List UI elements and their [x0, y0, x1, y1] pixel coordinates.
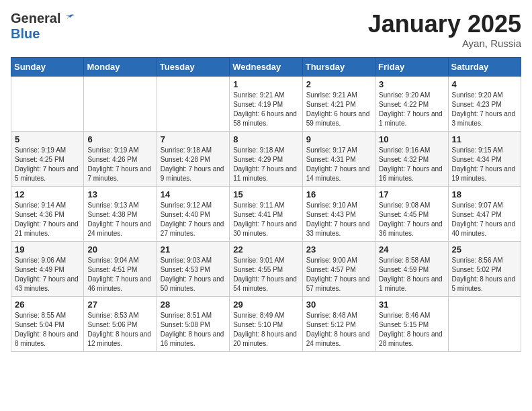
day-info: Sunrise: 9:12 AMSunset: 4:40 PMDaylight:… [161, 201, 226, 238]
calendar-cell [11, 76, 84, 131]
day-number: 31 [379, 300, 444, 310]
weekday-header-friday: Friday [375, 57, 448, 76]
weekday-header-saturday: Saturday [448, 57, 521, 76]
day-number: 10 [379, 134, 444, 144]
calendar-cell: 6Sunrise: 9:19 AMSunset: 4:26 PMDaylight… [84, 131, 157, 186]
day-number: 2 [306, 79, 371, 89]
calendar-cell: 21Sunrise: 9:03 AMSunset: 4:53 PMDayligh… [157, 241, 229, 296]
day-info: Sunrise: 9:10 AMSunset: 4:43 PMDaylight:… [306, 201, 371, 238]
logo-general-text: General [11, 11, 60, 26]
day-info: Sunrise: 9:13 AMSunset: 4:38 PMDaylight:… [87, 201, 152, 238]
logo-bird-icon [63, 13, 75, 25]
day-info: Sunrise: 9:06 AMSunset: 4:49 PMDaylight:… [15, 256, 80, 293]
calendar-table: SundayMondayTuesdayWednesdayThursdayFrid… [11, 57, 521, 352]
calendar-cell: 14Sunrise: 9:12 AMSunset: 4:40 PMDayligh… [157, 186, 229, 241]
day-number: 18 [452, 189, 517, 199]
day-number: 7 [161, 134, 226, 144]
week-row-1: 1Sunrise: 9:21 AMSunset: 4:19 PMDaylight… [11, 76, 521, 131]
calendar-cell: 12Sunrise: 9:14 AMSunset: 4:36 PMDayligh… [11, 186, 84, 241]
day-number: 16 [306, 189, 371, 199]
day-info: Sunrise: 9:16 AMSunset: 4:32 PMDaylight:… [379, 146, 444, 183]
calendar-cell [84, 76, 157, 131]
calendar-cell: 24Sunrise: 8:58 AMSunset: 4:59 PMDayligh… [375, 241, 448, 296]
calendar-cell: 2Sunrise: 9:21 AMSunset: 4:21 PMDaylight… [302, 76, 375, 131]
day-number: 24 [379, 244, 444, 255]
day-number: 4 [452, 79, 517, 89]
day-info: Sunrise: 9:20 AMSunset: 4:23 PMDaylight:… [452, 91, 517, 128]
calendar-cell: 3Sunrise: 9:20 AMSunset: 4:22 PMDaylight… [375, 76, 448, 131]
day-info: Sunrise: 9:19 AMSunset: 4:25 PMDaylight:… [15, 146, 80, 183]
day-info: Sunrise: 9:15 AMSunset: 4:34 PMDaylight:… [452, 146, 517, 183]
day-number: 21 [161, 244, 226, 255]
day-info: Sunrise: 9:18 AMSunset: 4:28 PMDaylight:… [161, 146, 226, 183]
location-text: Ayan, Russia [368, 38, 521, 49]
day-number: 26 [15, 300, 80, 310]
day-info: Sunrise: 8:53 AMSunset: 5:06 PMDaylight:… [87, 311, 152, 349]
calendar-cell: 16Sunrise: 9:10 AMSunset: 4:43 PMDayligh… [302, 186, 375, 241]
calendar-cell: 18Sunrise: 9:07 AMSunset: 4:47 PMDayligh… [448, 186, 521, 241]
day-info: Sunrise: 9:17 AMSunset: 4:31 PMDaylight:… [306, 146, 371, 183]
weekday-header-row: SundayMondayTuesdayWednesdayThursdayFrid… [11, 57, 521, 76]
day-number: 8 [233, 134, 298, 144]
day-number: 28 [161, 300, 226, 310]
day-info: Sunrise: 9:03 AMSunset: 4:53 PMDaylight:… [161, 256, 226, 293]
day-number: 3 [379, 79, 444, 89]
day-info: Sunrise: 9:14 AMSunset: 4:36 PMDaylight:… [15, 201, 80, 238]
day-number: 25 [452, 244, 517, 255]
title-section: January 2025 Ayan, Russia [368, 11, 521, 49]
day-info: Sunrise: 8:51 AMSunset: 5:08 PMDaylight:… [161, 311, 226, 349]
calendar-cell: 22Sunrise: 9:01 AMSunset: 4:55 PMDayligh… [230, 241, 302, 296]
calendar-cell: 25Sunrise: 8:56 AMSunset: 5:02 PMDayligh… [448, 241, 521, 296]
week-row-3: 12Sunrise: 9:14 AMSunset: 4:36 PMDayligh… [11, 186, 521, 241]
week-row-2: 5Sunrise: 9:19 AMSunset: 4:25 PMDaylight… [11, 131, 521, 186]
day-info: Sunrise: 9:18 AMSunset: 4:29 PMDaylight:… [233, 146, 298, 183]
calendar-cell: 23Sunrise: 9:00 AMSunset: 4:57 PMDayligh… [302, 241, 375, 296]
day-info: Sunrise: 9:20 AMSunset: 4:22 PMDaylight:… [379, 91, 444, 128]
month-title: January 2025 [368, 11, 521, 38]
calendar-cell [448, 296, 521, 351]
week-row-5: 26Sunrise: 8:55 AMSunset: 5:04 PMDayligh… [11, 296, 521, 351]
weekday-header-wednesday: Wednesday [230, 57, 302, 76]
day-number: 22 [233, 244, 298, 255]
day-number: 12 [15, 189, 80, 199]
calendar-cell: 26Sunrise: 8:55 AMSunset: 5:04 PMDayligh… [11, 296, 84, 351]
day-info: Sunrise: 8:56 AMSunset: 5:02 PMDaylight:… [452, 256, 517, 293]
day-info: Sunrise: 9:00 AMSunset: 4:57 PMDaylight:… [306, 256, 371, 293]
calendar-cell: 13Sunrise: 9:13 AMSunset: 4:38 PMDayligh… [84, 186, 157, 241]
day-number: 14 [161, 189, 226, 199]
calendar-cell: 17Sunrise: 9:08 AMSunset: 4:45 PMDayligh… [375, 186, 448, 241]
weekday-header-sunday: Sunday [11, 57, 84, 76]
day-info: Sunrise: 9:08 AMSunset: 4:45 PMDaylight:… [379, 201, 444, 238]
day-number: 15 [233, 189, 298, 199]
logo: General Blue [11, 11, 75, 42]
day-info: Sunrise: 8:58 AMSunset: 4:59 PMDaylight:… [379, 256, 444, 293]
calendar-cell: 15Sunrise: 9:11 AMSunset: 4:41 PMDayligh… [230, 186, 302, 241]
day-info: Sunrise: 8:49 AMSunset: 5:10 PMDaylight:… [233, 311, 298, 349]
calendar-cell: 4Sunrise: 9:20 AMSunset: 4:23 PMDaylight… [448, 76, 521, 131]
day-number: 17 [379, 189, 444, 199]
day-info: Sunrise: 9:19 AMSunset: 4:26 PMDaylight:… [87, 146, 152, 183]
day-info: Sunrise: 8:55 AMSunset: 5:04 PMDaylight:… [15, 311, 80, 349]
day-number: 13 [87, 189, 152, 199]
day-number: 30 [306, 300, 371, 310]
calendar-cell: 28Sunrise: 8:51 AMSunset: 5:08 PMDayligh… [157, 296, 229, 351]
calendar-cell: 7Sunrise: 9:18 AMSunset: 4:28 PMDaylight… [157, 131, 229, 186]
day-info: Sunrise: 9:21 AMSunset: 4:19 PMDaylight:… [233, 91, 298, 128]
calendar-cell [157, 76, 229, 131]
calendar-cell: 30Sunrise: 8:48 AMSunset: 5:12 PMDayligh… [302, 296, 375, 351]
day-info: Sunrise: 9:21 AMSunset: 4:21 PMDaylight:… [306, 91, 371, 128]
calendar-cell: 29Sunrise: 8:49 AMSunset: 5:10 PMDayligh… [230, 296, 302, 351]
day-number: 29 [233, 300, 298, 310]
day-number: 23 [306, 244, 371, 255]
calendar-cell: 8Sunrise: 9:18 AMSunset: 4:29 PMDaylight… [230, 131, 302, 186]
day-number: 27 [87, 300, 152, 310]
weekday-header-thursday: Thursday [302, 57, 375, 76]
calendar-cell: 11Sunrise: 9:15 AMSunset: 4:34 PMDayligh… [448, 131, 521, 186]
calendar-cell: 19Sunrise: 9:06 AMSunset: 4:49 PMDayligh… [11, 241, 84, 296]
day-info: Sunrise: 9:07 AMSunset: 4:47 PMDaylight:… [452, 201, 517, 238]
day-number: 6 [87, 134, 152, 144]
day-number: 20 [87, 244, 152, 255]
calendar-cell: 10Sunrise: 9:16 AMSunset: 4:32 PMDayligh… [375, 131, 448, 186]
calendar-cell: 27Sunrise: 8:53 AMSunset: 5:06 PMDayligh… [84, 296, 157, 351]
calendar-cell: 20Sunrise: 9:04 AMSunset: 4:51 PMDayligh… [84, 241, 157, 296]
